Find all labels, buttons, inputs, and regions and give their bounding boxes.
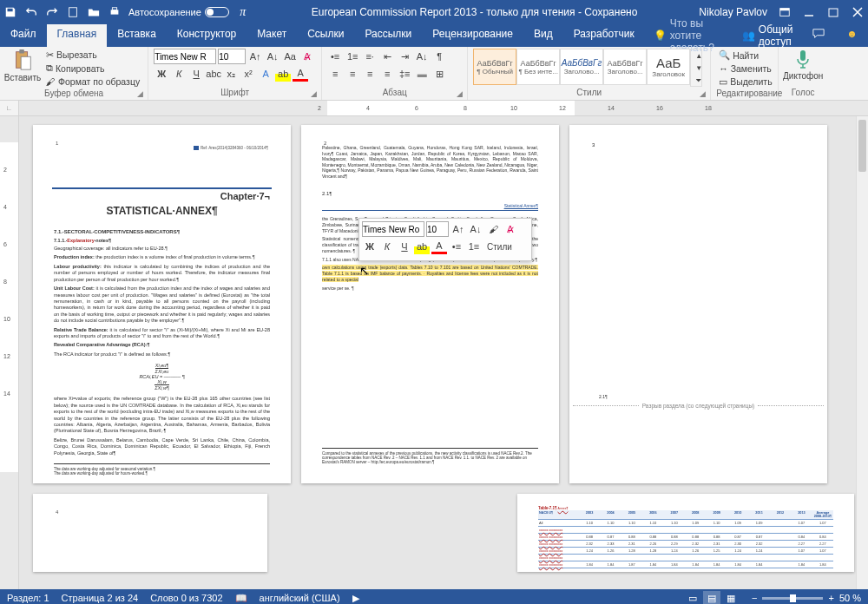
ruler-vertical[interactable]: 2468101214 [0,116,19,589]
style-no-spacing[interactable]: АаБбВвГг¶ Без инте... [516,49,560,85]
status-words[interactable]: Слово 0 из 7302 [150,593,222,603]
change-case-icon[interactable]: Aa [282,49,298,64]
styles-up-icon[interactable]: ▲ [691,49,707,62]
text-effects-icon[interactable]: A [258,66,273,82]
mini-italic[interactable]: К [379,239,395,254]
tab-file[interactable]: Файл [0,24,47,47]
tab-home[interactable]: Главная [47,24,108,47]
mini-font-name[interactable] [362,221,424,237]
vertical-scrollbar[interactable] [856,116,868,589]
sort-icon[interactable]: A↓ [414,49,430,64]
underline-button[interactable]: Ч [188,66,204,82]
close-icon[interactable] [851,5,865,19]
mini-format-painter-icon[interactable]: 🖌 [485,221,501,237]
style-heading1[interactable]: АаБбВвГгЗаголово... [560,49,603,85]
shading-icon[interactable]: ▬ [414,66,430,82]
styles-gallery[interactable]: АаБбВвГг¶ Обычный АаБбВвГг¶ Без инте... … [473,49,702,87]
comments-icon[interactable] [801,24,836,47]
font-launcher-icon[interactable]: ◢ [311,89,319,98]
tab-view[interactable]: Вид [523,24,563,47]
status-section[interactable]: Раздел: 1 [7,593,49,603]
minimize-icon[interactable] [802,5,816,19]
mini-styles-button[interactable]: Стили [483,239,516,254]
justify-icon[interactable]: ≡ [379,66,395,82]
mini-clear-icon[interactable]: A̷ [503,221,518,237]
align-left-icon[interactable]: ≡ [327,66,343,82]
zoom-out-icon[interactable]: − [752,593,757,603]
mini-underline[interactable]: Ч [397,239,412,254]
page-3[interactable]: 3 2.1¶ Разрыв раздела (со следующей стра… [569,125,827,483]
tab-developer[interactable]: Разработчик [563,24,645,47]
grow-font-icon[interactable]: A↑ [247,49,263,64]
styles-down-icon[interactable]: ▼ [691,62,707,74]
superscript-button[interactable]: x² [240,66,256,82]
inc-indent-icon[interactable]: ⇥ [397,49,412,64]
styles-more-icon[interactable]: ⏷ [691,74,707,86]
page-1[interactable]: 1 Ref: Ares(2014)3284360 - 06/10/2014¶ C… [33,125,291,483]
quick-print-icon[interactable] [108,5,122,19]
mini-bullets-icon[interactable]: •≡ [449,239,464,254]
status-spell-icon[interactable]: 📖 [235,593,247,604]
smiley-icon[interactable]: ☻ [836,24,868,47]
undo-icon[interactable] [24,5,38,19]
print-layout-icon[interactable]: ▤ [703,591,720,604]
page-2[interactable]: 2 Palestine, Ghana, Greenland, Guatemala… [301,125,559,483]
mini-font-color-icon[interactable]: A [431,239,447,254]
toggle-switch-icon[interactable] [205,7,229,17]
zoom-in-icon[interactable]: + [828,593,833,603]
new-doc-icon[interactable] [66,5,80,19]
mini-numbering-icon[interactable]: 1≡ [466,239,482,254]
zoom-pct[interactable]: 50 % [839,593,861,603]
numbering-icon[interactable]: 1≡ [345,49,360,64]
align-right-icon[interactable]: ≡ [362,66,378,82]
status-lang[interactable]: английский (США) [260,593,340,603]
status-page[interactable]: Страница 2 из 24 [62,593,139,603]
borders-icon[interactable]: ⊞ [431,66,447,82]
web-layout-icon[interactable]: ▦ [722,591,740,604]
user-name[interactable]: Nikolay Pavlov [699,6,767,18]
style-heading[interactable]: АаБЗаголовок [647,49,690,85]
styles-launcher-icon[interactable]: ◢ [700,89,708,98]
cut-button[interactable]: ✂Вырезать [43,49,142,61]
status-macro-icon[interactable]: ▶ [352,593,359,604]
style-heading2[interactable]: АаБбВвГгЗаголово... [603,49,647,85]
subscript-button[interactable]: x₂ [223,66,239,82]
ruler-horizontal[interactable]: 24681012141618 [19,101,868,115]
style-normal[interactable]: АаБбВвГг¶ Обычный [473,49,516,85]
bold-button[interactable]: Ж [154,66,169,82]
para-launcher-icon[interactable]: ◢ [457,89,465,98]
mini-toolbar[interactable]: A↑ A↓ 🖌 A̷ Ж К Ч ab A •≡ 1≡ Стили [358,218,532,261]
read-mode-icon[interactable]: ▭ [684,591,701,604]
show-marks-icon[interactable]: ¶ [431,49,447,64]
format-painter-button[interactable]: 🖌Формат по образцу [43,76,142,88]
mini-highlight-icon[interactable]: ab [414,239,430,254]
autosave-toggle[interactable]: Автосохранение [128,7,229,17]
redo-icon[interactable] [45,5,59,19]
copy-button[interactable]: ⧉Копировать [43,62,142,75]
italic-button[interactable]: К [171,66,187,82]
font-color-icon[interactable]: A [293,66,308,82]
bullets-icon[interactable]: •≡ [327,49,343,64]
shrink-font-icon[interactable]: A↓ [265,49,280,64]
tab-design[interactable]: Конструктор [167,24,247,47]
mini-shrink-icon[interactable]: A↓ [468,221,483,237]
strike-button[interactable]: abc [206,66,221,82]
replace-button[interactable]: ↔Заменить [716,62,774,75]
tab-references[interactable]: Ссылки [297,24,354,47]
ribbon-opts-icon[interactable] [778,5,792,19]
tab-insert[interactable]: Вставка [107,24,167,47]
select-button[interactable]: ▭Выделить [716,76,774,88]
tell-me-box[interactable]: 💡Что вы хотите сделать? [645,24,733,47]
tab-layout[interactable]: Макет [247,24,297,47]
ruler-corner[interactable]: ∟ [0,101,19,115]
page-4[interactable]: 4 [33,494,267,572]
find-button[interactable]: 🔍Найти [716,49,774,62]
mini-grow-icon[interactable]: A↑ [450,221,466,237]
share-button[interactable]: 👥Общий доступ [733,24,802,47]
mini-font-size[interactable] [426,221,449,237]
mini-bold[interactable]: Ж [362,239,378,254]
tab-review[interactable]: Рецензирование [422,24,523,47]
maximize-icon[interactable] [826,5,840,19]
font-size-select[interactable] [218,49,246,64]
clear-format-icon[interactable]: A̷ [299,49,315,64]
